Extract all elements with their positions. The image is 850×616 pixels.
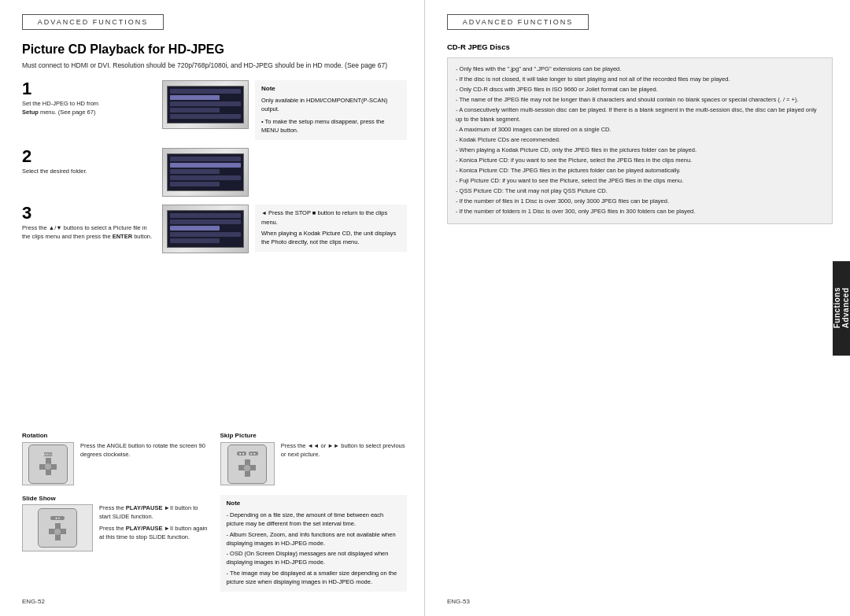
right-tab: AdvancedFunctions [833,261,850,356]
slideshow-box: Slide Show ►II Press th [22,495,209,592]
slideshow-remote: ►II [38,508,77,548]
step-3-desc: Press the ▲/▼ buttons to select a Pictur… [22,224,156,241]
right-footer: ENG-53 [447,592,833,605]
left-page: Advanced Functions Picture CD Playback f… [0,0,425,616]
cd-r-item-5: A maximum of 3000 images can be stored o… [456,125,824,135]
screen-sim-1 [167,86,243,124]
rotation-title: Rotation [22,432,209,439]
step-1-number: 1 [22,80,156,98]
cd-r-item-0: Only files with the ".jpg" and ".JPG" ex… [456,65,824,74]
skip-box: Skip Picture ◄◄ ►► P [220,432,408,489]
step-3-note-line-1: Press the STOP ■ button to return to the… [261,208,401,227]
rotation-dpad [39,458,57,475]
step-1-left: 1 Set the HD-JPEG to HD fromSetup menu. … [22,80,156,116]
step-1-note: Note Only available in HDMI/COMPONENT(P-… [255,80,407,140]
step-1-note-title: Note [261,84,401,94]
skip-image: ◄◄ ►► [220,442,275,485]
skip-prev-btn: ◄◄ [237,452,246,456]
screen-sim-3 [167,210,243,248]
cd-r-item-2: Only CD-R discs with JPEG files in ISO 9… [456,85,824,94]
step-3-left: 3 Press the ▲/▼ buttons to select a Pict… [22,205,156,241]
page-title: Picture CD Playback for HD-JPEG [22,42,407,57]
step-2-row: 2 Select the desired folder. [22,148,407,197]
step-2-number: 2 [22,148,156,165]
cd-r-title: CD-R JPEG Discs [447,42,833,51]
skip-next-btn: ►► [249,452,258,456]
cd-r-item-4: A consecutively written multi-session di… [456,105,824,124]
slideshow-desc1: Press the PLAY/PAUSE ►II button to start… [99,504,209,521]
step-3-note-line-2: When playing a Kodak Picture CD, the uni… [261,229,401,247]
slideshow-image: ►II [22,504,93,551]
slideshow-desc2: Press the PLAY/PAUSE ►II button again at… [99,525,209,541]
step-1-screen [163,81,248,128]
right-banner: Advanced Functions [447,14,589,30]
cd-r-section: CD-R JPEG Discs Only files with the ".jp… [447,42,833,592]
step-1-note-line-1: Only available in HDMI/COMPONENT(P-SCAN)… [261,96,401,114]
note-line-4: - The image may be displayed at a smalle… [227,569,401,587]
note-line-3: - OSD (On Screen Display) messages are n… [227,549,401,567]
cd-r-item-6: Kodak Picture CDs are recommended. [456,135,824,145]
cd-r-item-11: QSS Picture CD: The unit may not play QS… [456,186,824,196]
slideshow-title: Slide Show [22,495,209,502]
step-3-number: 3 [22,205,156,222]
slideshow-notes: Note - Depending on a file size, the amo… [220,495,408,592]
cd-r-item-10: Fuji Picture CD: if you want to see the … [456,176,824,186]
right-page: Advanced Functions CD-R JPEG Discs Only … [425,0,850,616]
rotation-desc: Press the ANGLE button to rotate the scr… [80,442,209,459]
rotation-remote-btn: ANGLE [43,452,53,456]
cd-r-item-12: If the number of files in 1 Disc is over… [456,197,824,206]
step-1-image [162,80,249,129]
cd-r-item-13: If the number of folders in 1 Disc is ov… [456,207,824,216]
right-tab-text: AdvancedFunctions [833,287,850,328]
rotation-remote: ANGLE [28,444,68,484]
skip-remote: ◄◄ ►► [227,444,267,484]
step-1-desc: Set the HD-JPEG to HD fromSetup menu. (S… [22,100,156,116]
left-banner: Advanced Functions [22,14,164,30]
accessories-area: Rotation ANGLE Press the ANGLE button to… [22,432,407,489]
slideshow-note-box: Note - Depending on a file size, the amo… [220,495,408,592]
note-line-1: - Depending on a file size, the amount o… [227,511,401,529]
rotation-image: ANGLE [22,442,74,485]
note-line-2: - Album Screen, Zoom, and Info functions… [227,530,401,548]
cd-r-item-8: Konica Picture CD: if you want to see th… [456,156,824,165]
rotation-box: Rotation ANGLE Press the ANGLE button to… [22,432,209,489]
left-footer: ENG-52 [22,592,407,605]
step-3-screen [163,205,248,253]
step-3-image [162,205,249,253]
step-1-row: 1 Set the HD-JPEG to HD fromSetup menu. … [22,80,407,140]
skip-desc: Press the ◄◄ or ►► button to select prev… [281,442,407,459]
cd-r-item-1: If the disc is not closed, it will take … [456,75,824,84]
step-3-right: Press the STOP ■ button to return to the… [255,205,407,252]
skip-title: Skip Picture [220,432,408,439]
step-1-note-line-2: • To make the setup menu disappear, pres… [261,117,401,135]
slideshow-dpad [49,523,66,540]
slideshow-play-btn: ►II [50,516,65,520]
step-1-right: Note Only available in HDMI/COMPONENT(P-… [255,80,407,140]
cd-r-box: Only files with the ".jpg" and ".JPG" ex… [447,57,833,224]
slide-area: Slide Show ►II Press th [22,495,407,592]
cd-r-item-3: The name of the JPEG file may not be lon… [456,95,824,105]
step-3-note: Press the STOP ■ button to return to the… [255,205,407,252]
skip-dpad [238,459,256,477]
step-2-screen [163,149,248,196]
step-2-image [162,148,249,197]
step-3-row: 3 Press the ▲/▼ buttons to select a Pict… [22,205,407,253]
page-subtitle: Must connect to HDMI or DVI. Resolution … [22,61,407,69]
cd-r-item-7: When playing a Kodak Picture CD, only th… [456,146,824,155]
slideshow-note-title: Note [227,499,401,508]
screen-sim-2 [167,153,243,191]
steps-area: 1 Set the HD-JPEG to HD fromSetup menu. … [22,80,407,424]
step-2-desc: Select the desired folder. [22,168,156,176]
cd-r-item-9: Konica Picture CD: The JPEG files in the… [456,166,824,175]
step-2-left: 2 Select the desired folder. [22,148,156,176]
